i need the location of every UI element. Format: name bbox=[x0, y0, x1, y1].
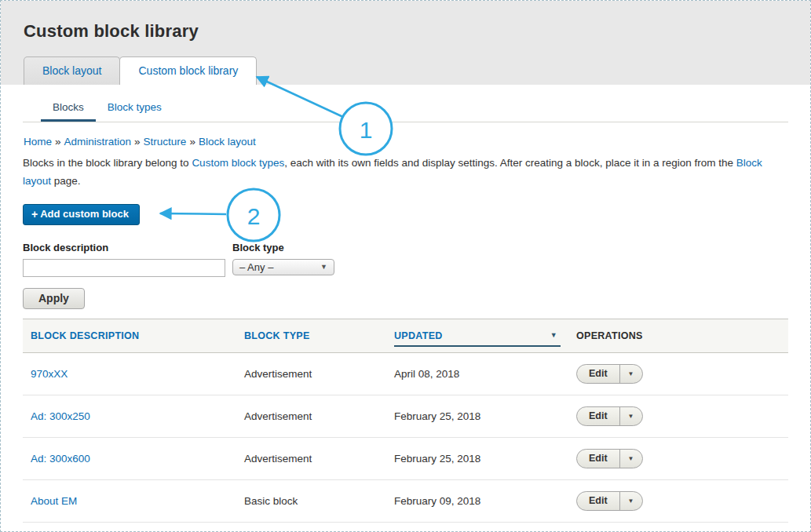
block-description-input[interactable] bbox=[23, 259, 225, 277]
block-type-selected-value: – Any – bbox=[239, 261, 273, 273]
header-block-type[interactable]: BLOCK TYPE bbox=[236, 319, 386, 352]
table-header-row: BLOCK DESCRIPTION BLOCK TYPE UPDATED▼ OP… bbox=[23, 319, 788, 352]
chevron-down-icon: ▼ bbox=[320, 263, 327, 271]
add-custom-block-label: Add custom block bbox=[40, 208, 129, 220]
sort-descending-icon: ▼ bbox=[550, 331, 557, 339]
block-link[interactable]: About EM bbox=[31, 495, 77, 507]
tab-blocks[interactable]: Blocks bbox=[41, 94, 96, 122]
active-sort-underline bbox=[394, 345, 561, 347]
block-description-filter: Block description bbox=[23, 242, 225, 277]
primary-tabs: Block layout Custom block library bbox=[24, 56, 256, 85]
edit-button[interactable]: Edit bbox=[577, 407, 619, 425]
block-type-cell: Basic block bbox=[236, 522, 386, 532]
secondary-tabs: Blocks Block types bbox=[23, 85, 788, 122]
page-title: Custom block library bbox=[1, 1, 810, 42]
block-type-select[interactable]: – Any – ▼ bbox=[232, 259, 334, 275]
block-link[interactable]: Ad: 300x250 bbox=[31, 410, 90, 422]
operations-dropbutton: Edit ▼ bbox=[576, 406, 643, 426]
header-block-description[interactable]: BLOCK DESCRIPTION bbox=[23, 319, 236, 352]
block-type-cell: Advertisement bbox=[236, 352, 386, 395]
block-type-filter: Block type – Any – ▼ bbox=[232, 242, 334, 277]
header-updated[interactable]: UPDATED▼ bbox=[386, 319, 568, 352]
intro-text-segment: , each with its own fields and display s… bbox=[284, 157, 736, 169]
edit-button[interactable]: Edit bbox=[577, 365, 619, 383]
operations-dropbutton: Edit ▼ bbox=[576, 491, 643, 511]
updated-cell: February 25, 2018 bbox=[386, 395, 568, 437]
breadcrumb-link-home[interactable]: Home bbox=[24, 136, 52, 148]
block-type-cell: Advertisement bbox=[236, 395, 386, 437]
header-operations: OPERATIONS bbox=[568, 319, 788, 352]
tab-custom-block-library[interactable]: Custom block library bbox=[119, 56, 257, 85]
dropdown-toggle-icon[interactable]: ▼ bbox=[619, 365, 642, 383]
breadcrumb-separator: » bbox=[134, 136, 141, 148]
add-custom-block-button[interactable]: + Add custom block bbox=[23, 204, 140, 225]
blocks-table: BLOCK DESCRIPTION BLOCK TYPE UPDATED▼ OP… bbox=[23, 319, 788, 532]
edit-button[interactable]: Edit bbox=[577, 492, 619, 510]
breadcrumb-separator: » bbox=[55, 136, 61, 148]
updated-cell: February 25, 2018 bbox=[386, 437, 568, 479]
updated-cell: February 09, 2018 bbox=[386, 479, 568, 522]
updated-cell: February 09, 2018 bbox=[386, 522, 568, 532]
custom-block-types-link[interactable]: Custom block types bbox=[192, 157, 284, 169]
block-link[interactable]: 970xXX bbox=[31, 368, 68, 380]
block-link[interactable]: Ad: 300x600 bbox=[31, 453, 90, 465]
intro-text-segment: Blocks in the block library belong to bbox=[23, 157, 192, 169]
breadcrumb-link-block-layout[interactable]: Block layout bbox=[199, 136, 256, 148]
breadcrumb-link-structure[interactable]: Structure bbox=[144, 136, 187, 148]
admin-header: Custom block library Block layout Custom… bbox=[1, 1, 810, 85]
page-content: Blocks Block types Home»Administration»S… bbox=[1, 85, 810, 532]
table-row: Ad: 300x250 Advertisement February 25, 2… bbox=[23, 395, 788, 437]
block-type-label: Block type bbox=[232, 242, 334, 253]
plus-icon: + bbox=[31, 208, 38, 220]
block-type-cell: Advertisement bbox=[236, 437, 386, 479]
operations-dropbutton: Edit ▼ bbox=[576, 364, 643, 384]
breadcrumb-link-administration[interactable]: Administration bbox=[64, 136, 132, 148]
tab-block-layout[interactable]: Block layout bbox=[24, 56, 120, 85]
custom-block-library-page: Custom block library Block layout Custom… bbox=[0, 0, 811, 532]
dropdown-toggle-icon[interactable]: ▼ bbox=[619, 492, 642, 510]
updated-cell: April 08, 2018 bbox=[386, 352, 568, 395]
block-type-cell: Basic block bbox=[236, 479, 386, 522]
table-row: Copyright note Basic block February 09, … bbox=[23, 522, 788, 532]
breadcrumb: Home»Administration»Structure»Block layo… bbox=[24, 136, 788, 148]
table-row: Ad: 300x600 Advertisement February 25, 2… bbox=[23, 437, 788, 479]
dropdown-toggle-icon[interactable]: ▼ bbox=[619, 407, 642, 425]
tab-block-types[interactable]: Block types bbox=[96, 94, 174, 122]
breadcrumb-separator: » bbox=[189, 136, 195, 148]
edit-button[interactable]: Edit bbox=[577, 450, 619, 468]
table-row: 970xXX Advertisement April 08, 2018 Edit… bbox=[23, 352, 788, 395]
intro-text: Blocks in the block library belong to Cu… bbox=[23, 155, 788, 191]
operations-dropbutton: Edit ▼ bbox=[576, 449, 643, 468]
table-row: About EM Basic block February 09, 2018 E… bbox=[23, 479, 788, 522]
intro-text-segment: page. bbox=[51, 175, 81, 187]
filter-form: Block description Block type – Any – ▼ bbox=[23, 242, 788, 277]
apply-button[interactable]: Apply bbox=[23, 288, 85, 309]
block-description-label: Block description bbox=[23, 242, 225, 253]
dropdown-toggle-icon[interactable]: ▼ bbox=[619, 450, 642, 468]
header-updated-label: UPDATED bbox=[394, 330, 443, 341]
